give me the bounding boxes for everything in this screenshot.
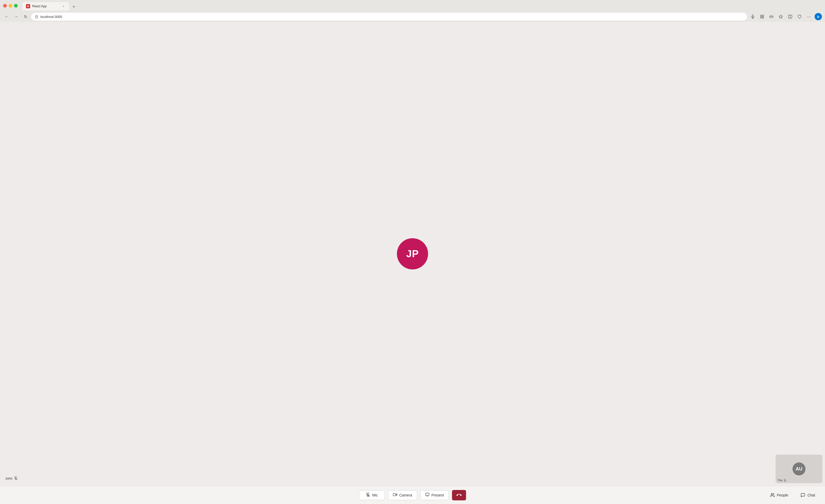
browser-shield-button[interactable] bbox=[796, 13, 803, 20]
extensions-button[interactable] bbox=[758, 13, 766, 20]
svg-rect-8 bbox=[762, 17, 764, 18]
close-window-button[interactable] bbox=[3, 4, 7, 8]
browser-tab[interactable]: R React App × bbox=[22, 2, 69, 10]
lock-icon bbox=[35, 15, 38, 18]
participant-label: John bbox=[5, 476, 18, 481]
svg-rect-5 bbox=[760, 15, 762, 16]
people-icon bbox=[770, 493, 775, 498]
end-call-icon bbox=[456, 493, 462, 498]
camera-label: Camera bbox=[399, 493, 412, 497]
url-text: localhost:3000 bbox=[40, 15, 62, 19]
self-label: You bbox=[778, 479, 786, 482]
svg-rect-6 bbox=[762, 15, 764, 16]
minimize-window-button[interactable] bbox=[9, 4, 12, 8]
chat-label: Chat bbox=[807, 493, 815, 497]
bing-button[interactable]: b bbox=[815, 13, 822, 20]
right-controls: People Chat bbox=[765, 491, 820, 500]
traffic-lights bbox=[3, 4, 18, 8]
participant-muted-icon bbox=[14, 476, 18, 481]
app-area: JP John AU You bbox=[0, 22, 825, 486]
tab-bar: R React App × + bbox=[20, 1, 80, 10]
svg-text:R: R bbox=[27, 5, 29, 8]
title-bar: R React App × + bbox=[0, 0, 825, 11]
microphone-button[interactable] bbox=[749, 13, 756, 20]
split-view-button[interactable] bbox=[786, 13, 794, 20]
maximize-window-button[interactable] bbox=[14, 4, 18, 8]
self-avatar: AU bbox=[793, 463, 806, 476]
svg-rect-22 bbox=[393, 493, 396, 496]
browser-actions: ⋯ b bbox=[749, 13, 822, 20]
favorites-button[interactable] bbox=[777, 13, 784, 20]
self-muted-icon bbox=[784, 479, 786, 482]
browser-chrome: R React App × + ← → ↻ localhost:3000 bbox=[0, 0, 825, 22]
address-bar: ← → ↻ localhost:3000 bbox=[0, 11, 825, 22]
new-tab-button[interactable]: + bbox=[70, 3, 77, 10]
main-participant-avatar: JP bbox=[397, 238, 428, 269]
tab-title: React App bbox=[32, 4, 59, 8]
url-bar[interactable]: localhost:3000 bbox=[31, 13, 747, 20]
read-aloud-button[interactable] bbox=[768, 13, 775, 20]
mic-button[interactable]: Mic bbox=[359, 490, 385, 500]
controls-bar: Mic Camera Present bbox=[0, 486, 825, 504]
present-button[interactable]: Present bbox=[420, 490, 449, 500]
camera-button[interactable]: Camera bbox=[388, 490, 417, 500]
mic-slash-icon bbox=[366, 493, 370, 498]
present-icon bbox=[425, 493, 429, 498]
mic-label: Mic bbox=[372, 493, 378, 497]
reload-button[interactable]: ↻ bbox=[22, 13, 29, 20]
end-call-button[interactable] bbox=[452, 490, 466, 500]
back-button[interactable]: ← bbox=[3, 13, 10, 20]
svg-marker-21 bbox=[396, 494, 397, 495]
svg-point-26 bbox=[771, 493, 773, 495]
chat-button[interactable]: Chat bbox=[796, 491, 820, 500]
people-label: People bbox=[777, 493, 789, 497]
forward-button[interactable]: → bbox=[12, 13, 20, 20]
present-label: Present bbox=[432, 493, 444, 497]
tab-favicon: R bbox=[26, 4, 30, 8]
svg-rect-2 bbox=[35, 16, 38, 18]
participant-name: John bbox=[5, 477, 12, 480]
svg-marker-9 bbox=[779, 15, 782, 18]
svg-rect-23 bbox=[426, 493, 429, 495]
more-options-button[interactable]: ⋯ bbox=[805, 13, 813, 20]
close-tab-button[interactable]: × bbox=[61, 4, 66, 8]
chat-icon bbox=[801, 493, 805, 498]
camera-icon bbox=[393, 493, 397, 498]
svg-rect-7 bbox=[760, 17, 762, 18]
people-button[interactable]: People bbox=[765, 491, 793, 500]
self-view-tile: AU You bbox=[776, 455, 822, 483]
